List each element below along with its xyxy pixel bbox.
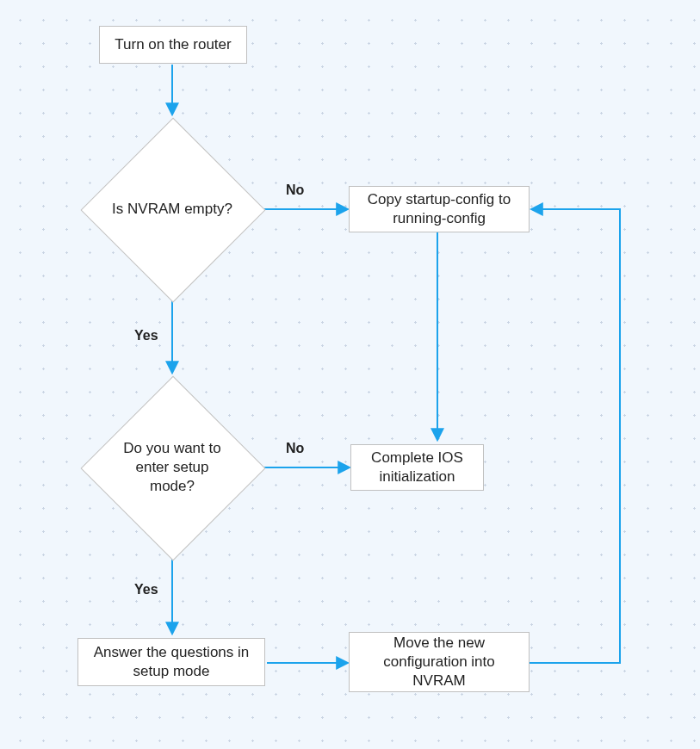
edge-move-copy [530, 209, 620, 663]
node-ios: Complete IOS initialization [350, 444, 484, 491]
node-copy: Copy startup-config to running-config [349, 186, 530, 232]
flowchart-canvas: Turn on the router Is NVRAM empty? Copy … [0, 0, 700, 749]
edge-label-d1-no: No [286, 183, 304, 198]
node-d2: Do you want to enter setup mode? [81, 376, 263, 559]
node-start-label: Turn on the router [115, 35, 231, 54]
edge-label-d2-yes: Yes [134, 582, 158, 597]
node-start: Turn on the router [99, 26, 247, 64]
node-d1-label: Is NVRAM empty? [112, 200, 232, 219]
edge-label-d1-yes: Yes [134, 328, 158, 344]
edge-label-d2-no: No [286, 441, 304, 456]
node-move-label: Move the new configuration into NVRAM [358, 634, 520, 690]
node-d1: Is NVRAM empty? [81, 118, 263, 300]
node-ios-label: Complete IOS initialization [360, 449, 474, 486]
node-move: Move the new configuration into NVRAM [349, 632, 530, 692]
node-answer-label: Answer the questions in setup mode [87, 643, 256, 681]
node-answer: Answer the questions in setup mode [77, 638, 265, 686]
node-copy-label: Copy startup-config to running-config [358, 190, 520, 228]
node-d2-label: Do you want to enter setup mode? [115, 439, 229, 496]
